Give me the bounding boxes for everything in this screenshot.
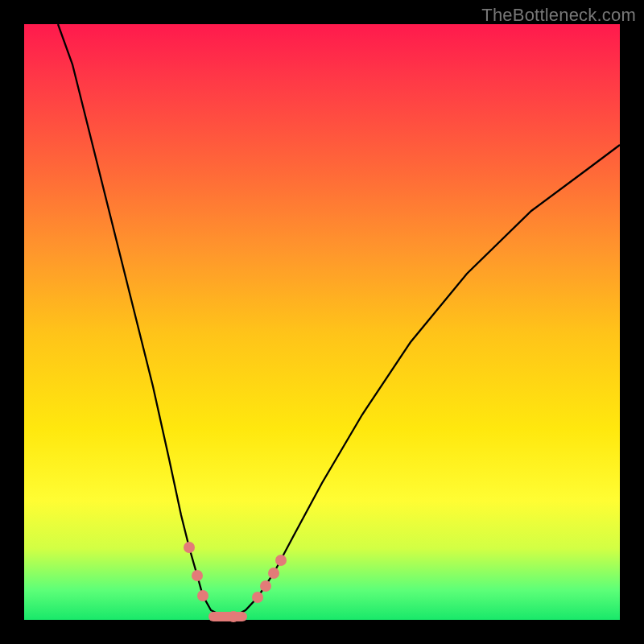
curve-marker <box>268 568 279 579</box>
frame-border-left <box>0 0 24 644</box>
curve-marker <box>252 592 263 603</box>
curve-marker <box>192 570 203 581</box>
curve-marker <box>260 580 271 592</box>
frame-border-bottom <box>0 620 644 644</box>
curve-marker <box>275 555 287 566</box>
attribution-text: TheBottleneck.com <box>481 5 636 26</box>
curve-floor-pill <box>208 612 247 621</box>
curve-marker <box>184 542 195 553</box>
chart-stage: TheBottleneck.com <box>0 0 644 644</box>
frame-border-right <box>620 0 644 644</box>
bottleneck-curve <box>24 24 620 620</box>
curve-marker <box>197 590 208 601</box>
